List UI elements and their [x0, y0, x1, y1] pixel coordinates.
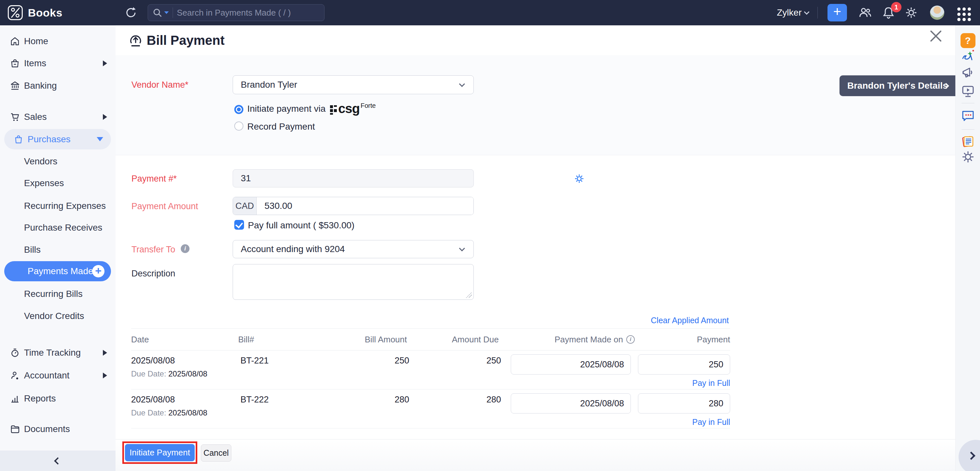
- settings-gear-icon[interactable]: [904, 6, 918, 20]
- payment-input[interactable]: [638, 393, 730, 414]
- help-button[interactable]: ?: [961, 33, 975, 48]
- initiate-payment-button[interactable]: Initiate Payment: [125, 444, 195, 461]
- resize-handle[interactable]: [466, 292, 472, 298]
- expand-arrow-icon: [103, 350, 107, 356]
- search-divider: [173, 8, 173, 18]
- radio-initiate-payment[interactable]: [234, 105, 243, 114]
- sidebar-item-home[interactable]: Home: [0, 30, 116, 52]
- sidebar-item-recurring-bills[interactable]: Recurring Bills: [0, 283, 116, 305]
- home-icon: [10, 36, 20, 46]
- description-label: Description: [131, 269, 175, 279]
- refresh-icon[interactable]: [124, 6, 138, 19]
- pay-full-checkbox[interactable]: [234, 220, 244, 230]
- users-icon[interactable]: [858, 6, 872, 20]
- bill-due-date: Due Date: 2025/08/08: [131, 408, 207, 417]
- customize-gear-icon[interactable]: [961, 149, 975, 166]
- sidebar-item-bills[interactable]: Bills: [0, 239, 116, 261]
- payment-input[interactable]: [638, 354, 730, 375]
- sidebar-item-vendors[interactable]: Vendors: [0, 150, 116, 172]
- vendor-name-select[interactable]: Brandon Tyler: [233, 75, 474, 94]
- payment-made-on-input[interactable]: [511, 393, 631, 414]
- right-utility-rail: ?: [955, 26, 980, 471]
- bill-due-date: Due Date: 2025/08/08: [131, 369, 207, 378]
- amount-due: 250: [409, 356, 501, 366]
- amount-due: 280: [409, 395, 501, 405]
- org-name: Zylker: [777, 8, 802, 18]
- info-icon[interactable]: i: [626, 335, 635, 344]
- description-textarea[interactable]: [233, 264, 474, 300]
- sidebar-item-accountant[interactable]: Accountant: [0, 364, 116, 386]
- cancel-button[interactable]: Cancel: [201, 444, 231, 461]
- sidebar-item-time-tracking[interactable]: Time Tracking: [0, 342, 116, 364]
- stopwatch-icon: [10, 348, 20, 358]
- search-placeholder: Search in Payments Made ( / ): [177, 8, 291, 18]
- header-payment-made-on: Payment Made on i: [499, 335, 635, 345]
- radio-record-payment[interactable]: [234, 121, 243, 131]
- sidebar-item-vendor-credits[interactable]: Vendor Credits: [0, 305, 116, 327]
- sidebar-item-banking[interactable]: Banking: [0, 75, 116, 97]
- sidebar-item-items[interactable]: Items: [0, 52, 116, 74]
- vendor-details-button[interactable]: Brandon Tyler's Details: [840, 75, 955, 96]
- bill-number: BT-222: [240, 395, 269, 405]
- sidebar-item-purchases[interactable]: Purchases: [4, 129, 111, 149]
- topbar-divider: [818, 7, 818, 19]
- bill-payment-icon: [127, 32, 144, 50]
- books-logo-icon[interactable]: [8, 5, 23, 20]
- clear-applied-amount-link[interactable]: Clear Applied Amount: [632, 316, 729, 325]
- bill-amount: 250: [312, 356, 409, 366]
- payment-amount-input[interactable]: [257, 197, 473, 215]
- apps-grid-icon[interactable]: [957, 8, 972, 21]
- add-payment-icon[interactable]: +: [92, 265, 105, 278]
- header-payment: Payment: [635, 335, 730, 345]
- sidebar-item-reports[interactable]: Reports: [0, 388, 116, 410]
- zia-assistant-icon[interactable]: [960, 48, 976, 65]
- pay-full-label: Pay full amount ( $530.00): [248, 220, 354, 231]
- shopping-bag-icon: [10, 58, 20, 69]
- payment-made-on-input[interactable]: [511, 354, 631, 375]
- sidebar-item-payments-made[interactable]: Payments Made +: [4, 261, 111, 281]
- chevron-down-icon: [804, 9, 810, 14]
- announcements-megaphone-icon[interactable]: [961, 65, 975, 81]
- header-amount-due: Amount Due: [407, 335, 499, 345]
- chevron-down-icon: [459, 245, 465, 251]
- sidebar-item-recurring-expenses[interactable]: Recurring Expenses: [0, 195, 116, 217]
- sidebar-collapse-button[interactable]: [0, 450, 116, 471]
- pay-in-full-link[interactable]: Pay in Full: [692, 417, 730, 427]
- radio-initiate-label: Initiate payment via csg Forte: [247, 103, 376, 115]
- video-tutorials-icon[interactable]: [961, 84, 975, 100]
- bill-date: 2025/08/08: [131, 356, 175, 366]
- global-search[interactable]: Search in Payments Made ( / ): [148, 4, 325, 21]
- search-scope-caret-icon[interactable]: [164, 11, 169, 14]
- chat-support-icon[interactable]: [961, 108, 975, 125]
- payment-number-input[interactable]: [233, 169, 474, 187]
- pay-in-full-link[interactable]: Pay in Full: [692, 378, 730, 388]
- close-icon[interactable]: [928, 29, 943, 43]
- sidebar-item-documents[interactable]: Documents: [0, 418, 116, 440]
- sidebar-item-expenses[interactable]: Expenses: [0, 172, 116, 194]
- bill-date: 2025/08/08: [131, 395, 175, 405]
- bar-chart-icon: [10, 393, 20, 404]
- info-icon[interactable]: i: [181, 244, 189, 253]
- header-date: Date: [131, 335, 238, 345]
- sidebar-item-purchase-receives[interactable]: Purchase Receives: [0, 217, 116, 239]
- sidebar-nav: Home Items Banking Sales Purchases Vendo…: [0, 26, 116, 471]
- quick-create-button[interactable]: +: [827, 4, 847, 21]
- chevron-left-icon: [54, 457, 62, 465]
- whats-new-icon[interactable]: [961, 134, 975, 150]
- csg-forte-logo: csg Forte: [330, 103, 376, 115]
- notification-badge: 1: [891, 2, 902, 12]
- top-bar: Books Search in Payments Made ( / ) Zylk…: [0, 0, 980, 26]
- payment-number-settings-gear-icon[interactable]: [574, 173, 585, 185]
- table-row: 2025/08/08 Due Date: 2025/08/08 BT-222 2…: [131, 390, 730, 428]
- transfer-to-select[interactable]: Account ending with 9204: [233, 240, 474, 258]
- sidebar-item-sales[interactable]: Sales: [0, 106, 116, 128]
- currency-code: CAD: [233, 197, 257, 215]
- bill-amount: 280: [312, 395, 409, 405]
- csg-grid-icon: [330, 105, 337, 115]
- org-switcher[interactable]: Zylker: [777, 0, 809, 26]
- table-header-row: Date Bill# Bill Amount Amount Due Paymen…: [131, 328, 730, 350]
- purchases-bag-icon: [13, 134, 24, 145]
- expand-arrow-icon: [103, 373, 107, 378]
- user-avatar[interactable]: [930, 6, 944, 20]
- rail-divider: [961, 103, 974, 103]
